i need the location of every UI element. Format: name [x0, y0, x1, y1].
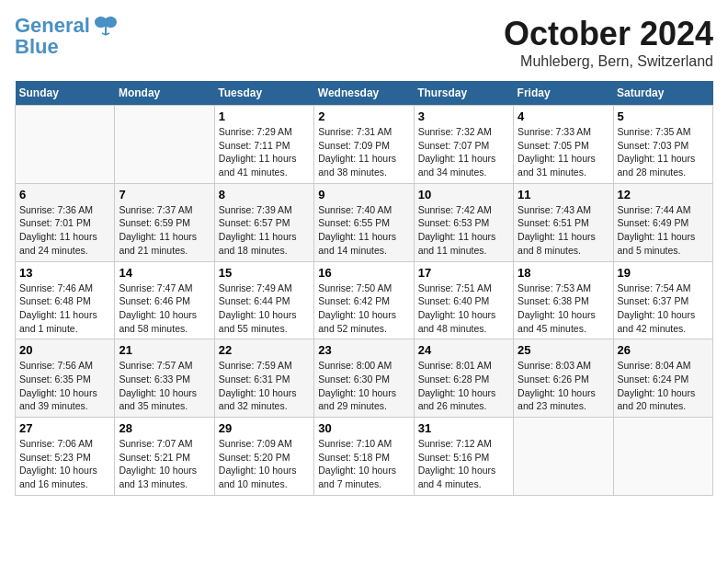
calendar-cell: 26Sunrise: 8:04 AMSunset: 6:24 PMDayligh… — [613, 339, 712, 418]
cell-info: Sunrise: 8:01 AMSunset: 6:28 PMDaylight:… — [418, 359, 509, 413]
calendar-cell: 17Sunrise: 7:51 AMSunset: 6:40 PMDayligh… — [414, 261, 513, 339]
cell-info: Sunrise: 7:06 AMSunset: 5:23 PMDaylight:… — [19, 437, 110, 491]
month-title: October 2024 — [504, 15, 713, 53]
calendar-cell: 11Sunrise: 7:43 AMSunset: 6:51 PMDayligh… — [514, 183, 613, 261]
calendar-cell: 8Sunrise: 7:39 AMSunset: 6:57 PMDaylight… — [214, 183, 313, 261]
cell-info: Sunrise: 8:03 AMSunset: 6:26 PMDaylight:… — [518, 359, 609, 413]
calendar-cell: 16Sunrise: 7:50 AMSunset: 6:42 PMDayligh… — [314, 261, 414, 339]
logo: General Blue — [15, 15, 119, 57]
day-number: 19 — [618, 266, 709, 280]
week-row-2: 6Sunrise: 7:36 AMSunset: 7:01 PMDaylight… — [16, 183, 713, 261]
cell-info: Sunrise: 7:32 AMSunset: 7:07 PMDaylight:… — [418, 125, 509, 179]
day-number: 24 — [418, 343, 509, 357]
day-number: 29 — [219, 421, 310, 435]
location: Muhleberg, Bern, Switzerland — [504, 53, 713, 70]
calendar-cell: 14Sunrise: 7:47 AMSunset: 6:46 PMDayligh… — [115, 261, 214, 339]
calendar-cell: 27Sunrise: 7:06 AMSunset: 5:23 PMDayligh… — [16, 418, 115, 496]
day-number: 10 — [418, 188, 509, 201]
cell-info: Sunrise: 7:36 AMSunset: 7:01 PMDaylight:… — [19, 203, 110, 258]
day-number: 4 — [518, 109, 609, 123]
logo-bird-icon — [93, 15, 119, 37]
calendar-cell: 10Sunrise: 7:42 AMSunset: 6:53 PMDayligh… — [414, 183, 513, 261]
cell-info: Sunrise: 7:54 AMSunset: 6:37 PMDaylight:… — [618, 282, 709, 336]
day-number: 14 — [119, 266, 210, 280]
day-number: 2 — [318, 109, 409, 123]
day-number: 27 — [19, 421, 110, 435]
calendar-cell: 19Sunrise: 7:54 AMSunset: 6:37 PMDayligh… — [613, 261, 712, 339]
day-number: 20 — [19, 343, 110, 357]
calendar-cell: 21Sunrise: 7:57 AMSunset: 6:33 PMDayligh… — [115, 339, 214, 418]
cell-info: Sunrise: 7:40 AMSunset: 6:55 PMDaylight:… — [318, 203, 409, 258]
calendar-cell: 7Sunrise: 7:37 AMSunset: 6:59 PMDaylight… — [115, 183, 214, 261]
logo-line2: Blue — [15, 37, 119, 57]
calendar-cell: 15Sunrise: 7:49 AMSunset: 6:44 PMDayligh… — [214, 261, 313, 339]
cell-info: Sunrise: 7:43 AMSunset: 6:51 PMDaylight:… — [518, 203, 609, 258]
day-number: 28 — [119, 421, 210, 435]
cell-info: Sunrise: 7:10 AMSunset: 5:18 PMDaylight:… — [318, 437, 409, 491]
day-header-tuesday: Tuesday — [214, 81, 313, 106]
cell-info: Sunrise: 7:33 AMSunset: 7:05 PMDaylight:… — [518, 125, 609, 179]
day-number: 21 — [119, 343, 210, 357]
calendar-cell: 24Sunrise: 8:01 AMSunset: 6:28 PMDayligh… — [414, 339, 513, 418]
cell-info: Sunrise: 7:31 AMSunset: 7:09 PMDaylight:… — [318, 125, 409, 179]
day-number: 9 — [318, 188, 409, 201]
calendar-cell — [514, 418, 613, 496]
week-row-5: 27Sunrise: 7:06 AMSunset: 5:23 PMDayligh… — [16, 418, 713, 496]
calendar-cell: 9Sunrise: 7:40 AMSunset: 6:55 PMDaylight… — [314, 183, 414, 261]
calendar-cell — [16, 106, 115, 184]
cell-info: Sunrise: 7:59 AMSunset: 6:31 PMDaylight:… — [219, 359, 310, 413]
cell-info: Sunrise: 7:44 AMSunset: 6:49 PMDaylight:… — [618, 203, 709, 258]
day-header-sunday: Sunday — [16, 81, 115, 106]
cell-info: Sunrise: 8:04 AMSunset: 6:24 PMDaylight:… — [618, 359, 709, 413]
day-number: 11 — [518, 188, 609, 201]
logo-text: General — [15, 15, 90, 37]
day-number: 15 — [219, 266, 310, 280]
cell-info: Sunrise: 7:37 AMSunset: 6:59 PMDaylight:… — [119, 203, 210, 258]
day-header-wednesday: Wednesday — [314, 81, 414, 106]
calendar-cell: 5Sunrise: 7:35 AMSunset: 7:03 PMDaylight… — [613, 106, 712, 184]
day-header-thursday: Thursday — [414, 81, 513, 106]
calendar-cell: 22Sunrise: 7:59 AMSunset: 6:31 PMDayligh… — [214, 339, 313, 418]
cell-info: Sunrise: 7:51 AMSunset: 6:40 PMDaylight:… — [418, 282, 509, 336]
cell-info: Sunrise: 7:42 AMSunset: 6:53 PMDaylight:… — [418, 203, 509, 258]
calendar-cell: 3Sunrise: 7:32 AMSunset: 7:07 PMDaylight… — [414, 106, 513, 184]
cell-info: Sunrise: 7:12 AMSunset: 5:16 PMDaylight:… — [418, 437, 509, 491]
calendar-cell: 30Sunrise: 7:10 AMSunset: 5:18 PMDayligh… — [314, 418, 414, 496]
cell-info: Sunrise: 7:49 AMSunset: 6:44 PMDaylight:… — [219, 282, 310, 336]
day-number: 8 — [219, 188, 310, 201]
week-row-4: 20Sunrise: 7:56 AMSunset: 6:35 PMDayligh… — [16, 339, 713, 418]
week-row-3: 13Sunrise: 7:46 AMSunset: 6:48 PMDayligh… — [16, 261, 713, 339]
calendar-cell — [115, 106, 214, 184]
calendar-cell: 29Sunrise: 7:09 AMSunset: 5:20 PMDayligh… — [214, 418, 313, 496]
day-number: 18 — [518, 266, 609, 280]
day-number: 17 — [418, 266, 509, 280]
day-header-saturday: Saturday — [613, 81, 712, 106]
calendar-cell: 13Sunrise: 7:46 AMSunset: 6:48 PMDayligh… — [16, 261, 115, 339]
day-header-friday: Friday — [514, 81, 613, 106]
calendar-cell: 23Sunrise: 8:00 AMSunset: 6:30 PMDayligh… — [314, 339, 414, 418]
day-number: 5 — [618, 109, 709, 123]
cell-info: Sunrise: 7:57 AMSunset: 6:33 PMDaylight:… — [119, 359, 210, 413]
calendar-cell — [613, 418, 712, 496]
cell-info: Sunrise: 7:47 AMSunset: 6:46 PMDaylight:… — [119, 282, 210, 336]
day-number: 7 — [119, 188, 210, 201]
calendar-cell: 4Sunrise: 7:33 AMSunset: 7:05 PMDaylight… — [514, 106, 613, 184]
day-number: 16 — [318, 266, 409, 280]
cell-info: Sunrise: 7:50 AMSunset: 6:42 PMDaylight:… — [318, 282, 409, 336]
day-number: 6 — [19, 188, 110, 201]
day-header-monday: Monday — [115, 81, 214, 106]
day-number: 1 — [219, 109, 310, 123]
calendar-cell: 6Sunrise: 7:36 AMSunset: 7:01 PMDaylight… — [16, 183, 115, 261]
day-number: 23 — [318, 343, 409, 357]
calendar-cell: 1Sunrise: 7:29 AMSunset: 7:11 PMDaylight… — [214, 106, 313, 184]
calendar-cell: 28Sunrise: 7:07 AMSunset: 5:21 PMDayligh… — [115, 418, 214, 496]
page-header: General Blue October 2024 Muhleberg, Ber… — [15, 15, 713, 70]
calendar-cell: 2Sunrise: 7:31 AMSunset: 7:09 PMDaylight… — [314, 106, 414, 184]
title-block: October 2024 Muhleberg, Bern, Switzerlan… — [504, 15, 713, 70]
cell-info: Sunrise: 7:46 AMSunset: 6:48 PMDaylight:… — [19, 282, 110, 336]
cell-info: Sunrise: 7:39 AMSunset: 6:57 PMDaylight:… — [219, 203, 310, 258]
calendar-cell: 25Sunrise: 8:03 AMSunset: 6:26 PMDayligh… — [514, 339, 613, 418]
week-row-1: 1Sunrise: 7:29 AMSunset: 7:11 PMDaylight… — [16, 106, 713, 184]
cell-info: Sunrise: 7:09 AMSunset: 5:20 PMDaylight:… — [219, 437, 310, 491]
day-number: 12 — [618, 188, 709, 201]
